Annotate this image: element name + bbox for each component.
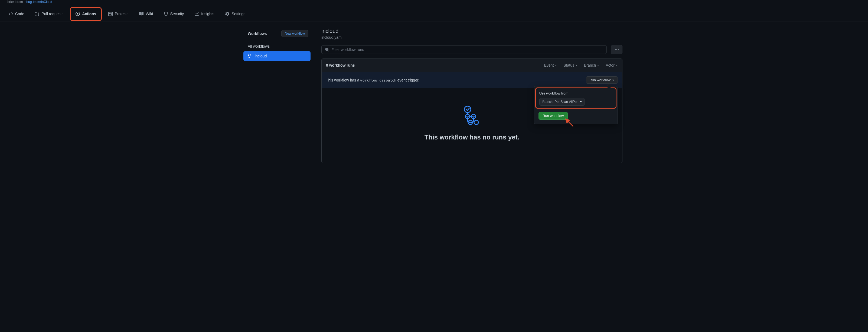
caret-down-icon	[597, 65, 599, 66]
popover-use-from-label: Use workflow from	[539, 92, 613, 95]
main-content: incloud incloud.yaml 0 workflow runs Eve…	[315, 28, 629, 163]
nav-security-label: Security	[170, 12, 184, 16]
new-workflow-button[interactable]: New workflow	[281, 30, 308, 37]
search-box[interactable]	[321, 45, 607, 54]
nav-insights[interactable]: Insights	[190, 8, 218, 20]
nav-actions[interactable]: Actions	[71, 8, 100, 20]
git-pull-request-icon	[35, 12, 39, 16]
kebab-icon	[615, 48, 619, 52]
search-icon	[325, 48, 329, 52]
shield-icon	[164, 12, 168, 16]
runs-count: 0 workflow runs	[326, 63, 355, 67]
book-icon	[139, 12, 144, 16]
caret-down-icon	[580, 101, 582, 102]
more-options-button[interactable]	[611, 45, 622, 54]
runs-header: 0 workflow runs Event Status Branch Acto…	[322, 59, 622, 72]
branch-value: PortScan-AllPort	[555, 100, 579, 104]
actions-highlight: Actions	[70, 7, 101, 21]
sidebar-all-label: All workflows	[248, 44, 270, 49]
empty-state-title: This workflow has no runs yet.	[327, 133, 617, 141]
nav-settings-label: Settings	[232, 12, 246, 16]
project-icon	[108, 12, 113, 16]
nav-projects-label: Projects	[115, 12, 129, 16]
run-workflow-popover: Use workflow from Branch: PortScan-AllPo…	[534, 86, 618, 124]
forked-prefix: forked from	[6, 0, 24, 4]
nav-wiki-label: Wiki	[146, 12, 153, 16]
nav-actions-label: Actions	[82, 12, 96, 16]
svg-point-1	[464, 106, 471, 113]
nav-code[interactable]: Code	[4, 8, 28, 20]
page-subtitle: incloud.yaml	[321, 35, 622, 39]
caret-down-icon	[616, 65, 618, 66]
nav-pull-requests[interactable]: Pull requests	[31, 8, 68, 20]
play-circle-icon	[75, 12, 80, 16]
branch-select[interactable]: Branch: PortScan-AllPort	[539, 98, 585, 105]
workflow-empty-icon	[461, 104, 483, 126]
runs-filters: Event Status Branch Actor	[544, 63, 618, 67]
caret-down-icon	[612, 80, 614, 81]
nav-wiki[interactable]: Wiki	[135, 8, 157, 20]
page-layout: Workflows New workflow All workflows inc…	[239, 21, 629, 170]
dispatch-text: This workflow has a workflow_dispatch ev…	[326, 78, 420, 82]
filter-actor[interactable]: Actor	[606, 63, 618, 67]
svg-point-6	[471, 122, 472, 123]
sidebar-header: Workflows New workflow	[243, 28, 311, 41]
run-workflow-submit-button[interactable]: Run workflow	[538, 112, 568, 120]
runs-container: 0 workflow runs Event Status Branch Acto…	[321, 59, 622, 163]
filter-branch[interactable]: Branch	[584, 63, 599, 67]
nav-security[interactable]: Security	[159, 8, 188, 20]
nav-projects[interactable]: Projects	[104, 8, 133, 20]
branch-prefix: Branch:	[542, 100, 553, 104]
popover-highlight: Use workflow from Branch: PortScan-AllPo…	[535, 88, 617, 109]
sidebar-item-label: incloud	[255, 54, 267, 58]
nav-code-label: Code	[15, 12, 24, 16]
svg-point-5	[469, 122, 470, 123]
nav-pulls-label: Pull requests	[41, 12, 63, 16]
fork-source-link[interactable]: inbug-team/InCloud	[24, 0, 52, 4]
svg-point-7	[474, 120, 478, 125]
nav-settings[interactable]: Settings	[221, 8, 250, 20]
sidebar-all-workflows[interactable]: All workflows	[243, 41, 311, 51]
sidebar-title: Workflows	[248, 31, 267, 36]
gear-icon	[225, 12, 229, 16]
filter-event[interactable]: Event	[544, 63, 557, 67]
sidebar-item-incloud[interactable]: incloud	[243, 51, 311, 61]
graph-icon	[195, 12, 199, 16]
run-workflow-dropdown-button[interactable]: Run workflow	[586, 77, 618, 84]
workflow-icon	[248, 54, 252, 58]
toolbar	[321, 45, 622, 54]
popover-actions: Run workflow	[534, 110, 618, 124]
forked-from-line: forked from inbug-team/InCloud	[0, 0, 868, 7]
filter-status[interactable]: Status	[563, 63, 578, 67]
nav-insights-label: Insights	[201, 12, 214, 16]
page-title: incloud	[321, 28, 622, 34]
caret-down-icon	[555, 65, 557, 66]
repo-nav: Code Pull requests Actions Projects Wiki…	[0, 7, 868, 21]
caret-down-icon	[575, 65, 578, 66]
code-icon	[9, 12, 13, 16]
workflows-sidebar: Workflows New workflow All workflows inc…	[239, 28, 315, 163]
search-input[interactable]	[331, 48, 603, 52]
dispatch-banner: This workflow has a workflow_dispatch ev…	[322, 72, 622, 88]
